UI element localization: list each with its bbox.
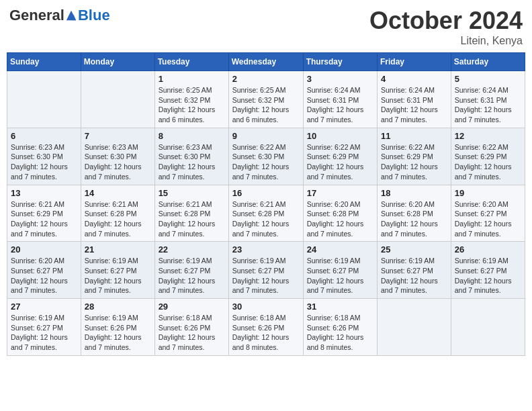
day-detail: Sunrise: 6:24 AM Sunset: 6:31 PM Dayligh… — [307, 85, 373, 125]
day-number: 9 — [232, 131, 300, 141]
day-number: 31 — [307, 302, 373, 312]
location: Litein, Kenya — [369, 35, 523, 47]
logo-blue-text: Blue — [78, 7, 110, 24]
day-detail: Sunrise: 6:20 AM Sunset: 6:28 PM Dayligh… — [381, 199, 447, 239]
day-detail: Sunrise: 6:20 AM Sunset: 6:27 PM Dayligh… — [11, 256, 77, 295]
day-detail: Sunrise: 6:23 AM Sunset: 6:30 PM Dayligh… — [159, 142, 225, 182]
day-number: 21 — [85, 244, 151, 255]
day-detail: Sunrise: 6:21 AM Sunset: 6:29 PM Dayligh… — [11, 199, 77, 239]
day-number: 26 — [455, 244, 521, 255]
day-number: 28 — [85, 302, 151, 312]
calendar-cell: 30Sunrise: 6:18 AM Sunset: 6:26 PM Dayli… — [228, 299, 303, 356]
day-number: 30 — [232, 302, 300, 312]
calendar-cell: 10Sunrise: 6:22 AM Sunset: 6:29 PM Dayli… — [303, 128, 377, 185]
calendar-cell: 28Sunrise: 6:19 AM Sunset: 6:26 PM Dayli… — [81, 299, 154, 356]
day-number: 14 — [85, 188, 151, 198]
calendar-cell: 1Sunrise: 6:25 AM Sunset: 6:32 PM Daylig… — [154, 71, 228, 128]
day-detail: Sunrise: 6:22 AM Sunset: 6:29 PM Dayligh… — [307, 142, 373, 182]
day-number: 10 — [307, 131, 373, 141]
calendar-cell: 20Sunrise: 6:20 AM Sunset: 6:27 PM Dayli… — [7, 242, 81, 299]
day-detail: Sunrise: 6:22 AM Sunset: 6:29 PM Dayligh… — [455, 142, 521, 182]
calendar-cell: 21Sunrise: 6:19 AM Sunset: 6:27 PM Dayli… — [81, 242, 154, 299]
day-detail: Sunrise: 6:20 AM Sunset: 6:27 PM Dayligh… — [455, 199, 521, 239]
day-detail: Sunrise: 6:21 AM Sunset: 6:28 PM Dayligh… — [85, 199, 151, 239]
day-number: 2 — [232, 74, 300, 84]
calendar-table: SundayMondayTuesdayWednesdayThursdayFrid… — [7, 52, 525, 356]
day-detail: Sunrise: 6:19 AM Sunset: 6:27 PM Dayligh… — [381, 256, 447, 295]
day-detail: Sunrise: 6:19 AM Sunset: 6:26 PM Dayligh… — [85, 313, 151, 353]
calendar-cell: 27Sunrise: 6:19 AM Sunset: 6:27 PM Dayli… — [7, 299, 81, 356]
calendar-cell: 3Sunrise: 6:24 AM Sunset: 6:31 PM Daylig… — [303, 71, 377, 128]
calendar-cell: 26Sunrise: 6:19 AM Sunset: 6:27 PM Dayli… — [451, 242, 525, 299]
calendar-cell: 11Sunrise: 6:22 AM Sunset: 6:29 PM Dayli… — [378, 128, 451, 185]
calendar-week-3: 20Sunrise: 6:20 AM Sunset: 6:27 PM Dayli… — [7, 242, 525, 299]
calendar-cell: 4Sunrise: 6:24 AM Sunset: 6:31 PM Daylig… — [378, 71, 451, 128]
day-detail: Sunrise: 6:19 AM Sunset: 6:27 PM Dayligh… — [307, 256, 373, 295]
day-number: 22 — [159, 244, 225, 255]
day-number: 15 — [159, 188, 225, 198]
day-number: 5 — [455, 74, 521, 84]
day-number: 24 — [307, 244, 373, 255]
day-detail: Sunrise: 6:19 AM Sunset: 6:27 PM Dayligh… — [232, 256, 300, 295]
day-detail: Sunrise: 6:18 AM Sunset: 6:26 PM Dayligh… — [307, 313, 373, 353]
day-number: 4 — [381, 74, 447, 84]
calendar-cell: 7Sunrise: 6:23 AM Sunset: 6:30 PM Daylig… — [81, 128, 154, 185]
day-number: 27 — [11, 302, 77, 312]
calendar-cell — [451, 299, 525, 356]
day-detail: Sunrise: 6:25 AM Sunset: 6:32 PM Dayligh… — [159, 85, 225, 125]
page-header: General Blue October 2024 Litein, Kenya — [7, 7, 525, 47]
day-number: 8 — [159, 131, 225, 141]
day-number: 17 — [307, 188, 373, 198]
day-detail: Sunrise: 6:22 AM Sunset: 6:30 PM Dayligh… — [232, 142, 300, 182]
title-block: October 2024 Litein, Kenya — [369, 7, 523, 47]
day-number: 6 — [11, 131, 77, 141]
day-detail: Sunrise: 6:21 AM Sunset: 6:28 PM Dayligh… — [232, 199, 300, 239]
day-number: 29 — [159, 302, 225, 312]
day-detail: Sunrise: 6:19 AM Sunset: 6:27 PM Dayligh… — [85, 256, 151, 295]
calendar-cell: 29Sunrise: 6:18 AM Sunset: 6:26 PM Dayli… — [154, 299, 228, 356]
day-detail: Sunrise: 6:22 AM Sunset: 6:29 PM Dayligh… — [381, 142, 447, 182]
header-friday: Friday — [378, 53, 451, 71]
day-number: 19 — [455, 188, 521, 198]
day-number: 16 — [232, 188, 300, 198]
day-detail: Sunrise: 6:18 AM Sunset: 6:26 PM Dayligh… — [232, 313, 300, 353]
header-thursday: Thursday — [303, 53, 377, 71]
header-monday: Monday — [81, 53, 154, 71]
day-detail: Sunrise: 6:19 AM Sunset: 6:27 PM Dayligh… — [159, 256, 225, 295]
calendar-cell: 19Sunrise: 6:20 AM Sunset: 6:27 PM Dayli… — [451, 185, 525, 242]
day-detail: Sunrise: 6:24 AM Sunset: 6:31 PM Dayligh… — [455, 85, 521, 125]
header-sunday: Sunday — [7, 53, 81, 71]
day-detail: Sunrise: 6:23 AM Sunset: 6:30 PM Dayligh… — [11, 142, 77, 182]
calendar-cell: 15Sunrise: 6:21 AM Sunset: 6:28 PM Dayli… — [154, 185, 228, 242]
day-detail: Sunrise: 6:21 AM Sunset: 6:28 PM Dayligh… — [159, 199, 225, 239]
logo-icon — [65, 9, 77, 21]
day-number: 11 — [381, 131, 447, 141]
calendar-cell: 12Sunrise: 6:22 AM Sunset: 6:29 PM Dayli… — [451, 128, 525, 185]
calendar-header-row: SundayMondayTuesdayWednesdayThursdayFrid… — [7, 53, 525, 71]
calendar-cell: 24Sunrise: 6:19 AM Sunset: 6:27 PM Dayli… — [303, 242, 377, 299]
calendar-cell: 8Sunrise: 6:23 AM Sunset: 6:30 PM Daylig… — [154, 128, 228, 185]
calendar-cell: 14Sunrise: 6:21 AM Sunset: 6:28 PM Dayli… — [81, 185, 154, 242]
calendar-week-0: 1Sunrise: 6:25 AM Sunset: 6:32 PM Daylig… — [7, 71, 525, 128]
calendar-cell: 2Sunrise: 6:25 AM Sunset: 6:32 PM Daylig… — [228, 71, 303, 128]
header-wednesday: Wednesday — [228, 53, 303, 71]
day-number: 12 — [455, 131, 521, 141]
logo-general-text: General — [9, 7, 64, 24]
day-detail: Sunrise: 6:19 AM Sunset: 6:27 PM Dayligh… — [11, 313, 77, 353]
calendar-cell: 16Sunrise: 6:21 AM Sunset: 6:28 PM Dayli… — [228, 185, 303, 242]
calendar-cell: 18Sunrise: 6:20 AM Sunset: 6:28 PM Dayli… — [378, 185, 451, 242]
calendar-cell: 25Sunrise: 6:19 AM Sunset: 6:27 PM Dayli… — [378, 242, 451, 299]
day-number: 20 — [11, 244, 77, 255]
day-number: 25 — [381, 244, 447, 255]
day-number: 3 — [307, 74, 373, 84]
calendar-week-4: 27Sunrise: 6:19 AM Sunset: 6:27 PM Dayli… — [7, 299, 525, 356]
day-number: 23 — [232, 244, 300, 255]
calendar-cell — [81, 71, 154, 128]
calendar-cell: 6Sunrise: 6:23 AM Sunset: 6:30 PM Daylig… — [7, 128, 81, 185]
day-detail: Sunrise: 6:23 AM Sunset: 6:30 PM Dayligh… — [85, 142, 151, 182]
calendar-cell — [378, 299, 451, 356]
day-detail: Sunrise: 6:25 AM Sunset: 6:32 PM Dayligh… — [232, 85, 300, 125]
calendar-cell: 22Sunrise: 6:19 AM Sunset: 6:27 PM Dayli… — [154, 242, 228, 299]
header-saturday: Saturday — [451, 53, 525, 71]
calendar-cell: 9Sunrise: 6:22 AM Sunset: 6:30 PM Daylig… — [228, 128, 303, 185]
